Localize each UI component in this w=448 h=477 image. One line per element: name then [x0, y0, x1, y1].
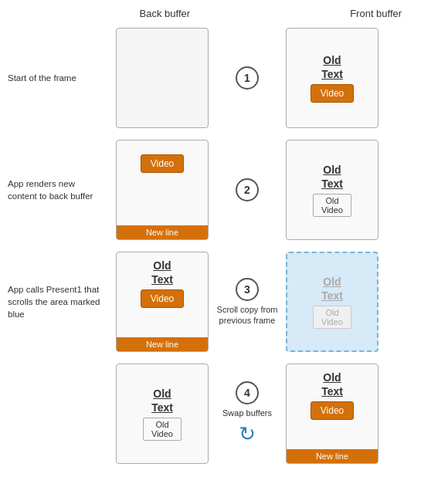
front-buffer-row4: OldText Video New line [286, 364, 378, 464]
row2-label: App renders new content to back buffer [8, 178, 108, 202]
front-row1-video: Video [311, 84, 354, 103]
row3-label: App calls Present1 that scrolls the area… [8, 283, 108, 320]
step4-label: Swap buffers [222, 408, 272, 418]
front-buffer-label: Front buffer [322, 8, 430, 19]
step4-circle: 4 [236, 381, 259, 404]
back-row3-video: Video [141, 289, 184, 308]
front-row3-text: OldText [321, 275, 343, 303]
back-row4-oldvideo: OldVideo [143, 418, 182, 441]
back-buffer-row1 [116, 28, 209, 128]
back-row4-text: OldText [151, 387, 173, 414]
header-row: Back buffer Front buffer [8, 8, 440, 19]
step3-circle: 3 [236, 278, 259, 301]
back-row3-text: OldText [151, 259, 173, 286]
back-row2-video: Video [141, 154, 184, 173]
main-container: Back buffer Front buffer Start of the fr… [0, 0, 448, 477]
back-buffer-label: Back buffer [110, 8, 219, 19]
back-buffer-row4: OldText OldVideo [116, 364, 209, 464]
step3-label: Scroll copy from previous frame [216, 304, 278, 326]
step4-cell: 4 Swap buffers ↺️ [216, 381, 278, 445]
step1-cell: 1 [216, 66, 278, 90]
front-row3-oldvideo: OldVideo [313, 306, 351, 329]
back-buffer-row2: Video New line [116, 140, 209, 240]
front-buffer-row3: OldText OldVideo [286, 252, 378, 352]
step2-cell: 2 [216, 178, 278, 201]
step2-circle: 2 [236, 178, 259, 201]
front-buffer-row1: OldText Video [286, 28, 378, 128]
swap-icon: ↺️ [239, 422, 256, 446]
back-buffer-row3: OldText Video New line [116, 252, 209, 352]
step3-cell: 3 Scroll copy from previous frame [216, 278, 278, 326]
front-row2-text: OldText [321, 163, 343, 191]
front-row4-text: OldText [321, 370, 343, 398]
front-row4-video: Video [311, 401, 354, 420]
front-row2-oldvideo: OldVideo [313, 194, 351, 217]
front-buffer-row2: OldText OldVideo [286, 140, 378, 240]
row1-label: Start of the frame [8, 72, 108, 84]
back-row2-newline: New line [117, 225, 208, 239]
content-grid: Start of the frame 1 OldText Video App r… [8, 24, 440, 468]
front-row1-text: OldText [321, 53, 343, 81]
step1-circle: 1 [236, 66, 259, 90]
back-row3-newline: New line [117, 337, 208, 351]
front-row4-newline: New line [287, 449, 378, 463]
